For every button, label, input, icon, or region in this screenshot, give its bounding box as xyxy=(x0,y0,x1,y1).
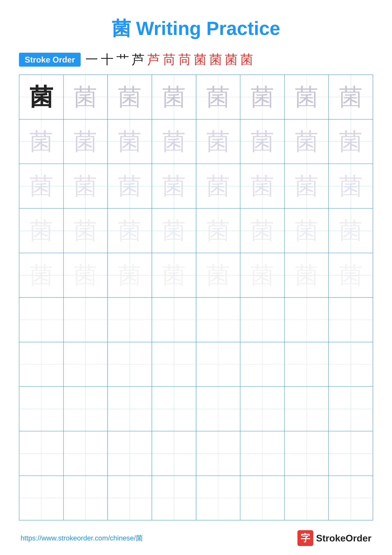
grid-cell[interactable] xyxy=(108,342,152,387)
grid-cell[interactable]: 菌 xyxy=(108,253,152,297)
practice-char: 菌 xyxy=(118,219,141,242)
grid-cell[interactable]: 菌 xyxy=(285,209,329,253)
grid-cell[interactable]: 菌 xyxy=(152,164,196,208)
grid-cell[interactable]: 菌 xyxy=(240,253,285,297)
practice-char: 菌 xyxy=(74,85,97,109)
grid-cell[interactable]: 菌 xyxy=(19,119,64,164)
grid-cell[interactable]: 菌 xyxy=(196,164,241,208)
grid-cell[interactable] xyxy=(240,476,285,520)
grid-cell[interactable]: 菌 xyxy=(108,119,152,164)
stroke-2: 十 xyxy=(101,51,114,68)
practice-char: 菌 xyxy=(339,85,363,109)
grid-cell[interactable] xyxy=(152,342,196,387)
grid-cell[interactable] xyxy=(64,387,108,431)
grid-cell[interactable]: 菌 xyxy=(240,209,285,253)
grid-row: 菌 菌 菌 菌 菌 菌 菌 菌 xyxy=(19,119,373,164)
grid-cell[interactable] xyxy=(196,387,241,431)
grid-cell[interactable]: 菌 xyxy=(152,119,196,164)
practice-char: 菌 xyxy=(74,130,97,153)
grid-cell[interactable] xyxy=(240,431,285,475)
grid-cell[interactable]: 菌 xyxy=(152,75,196,119)
grid-cell[interactable] xyxy=(329,476,373,520)
grid-cell[interactable] xyxy=(64,431,108,475)
grid-cell[interactable] xyxy=(196,298,241,342)
grid-cell[interactable] xyxy=(108,431,152,475)
stroke-4: 芦 xyxy=(132,51,144,68)
grid-cell[interactable]: 菌 xyxy=(108,209,152,253)
grid-cell[interactable] xyxy=(152,387,196,431)
practice-char: 菌 xyxy=(339,174,363,198)
practice-char: 菌 xyxy=(118,174,141,198)
practice-char: 菌 xyxy=(206,85,230,109)
grid-cell[interactable] xyxy=(240,298,285,342)
grid-row-empty xyxy=(19,342,373,387)
practice-char: 菌 xyxy=(74,263,97,287)
grid-cell[interactable] xyxy=(19,342,64,387)
grid-cell[interactable] xyxy=(19,387,64,431)
grid-cell[interactable] xyxy=(329,387,373,431)
grid-cell[interactable]: 菌 xyxy=(64,164,108,208)
grid-cell[interactable]: 菌 xyxy=(240,75,285,119)
grid-cell[interactable] xyxy=(196,476,241,520)
grid-cell[interactable] xyxy=(196,431,241,475)
grid-cell[interactable] xyxy=(108,387,152,431)
grid-cell[interactable]: 菌 xyxy=(285,164,329,208)
grid-cell[interactable]: 菌 xyxy=(196,75,241,119)
grid-cell[interactable]: 菌 xyxy=(152,209,196,253)
grid-cell[interactable] xyxy=(240,387,285,431)
practice-char: 菌 xyxy=(29,130,53,153)
grid-cell[interactable]: 菌 xyxy=(329,75,373,119)
grid-cell[interactable] xyxy=(152,476,196,520)
grid-cell[interactable]: 菌 xyxy=(108,164,152,208)
grid-cell[interactable]: 菌 xyxy=(19,209,64,253)
grid-cell[interactable]: 菌 xyxy=(285,75,329,119)
grid-cell[interactable]: 菌 xyxy=(196,209,241,253)
grid-cell[interactable]: 菌 xyxy=(329,164,373,208)
grid-cell[interactable] xyxy=(329,431,373,475)
grid-cell[interactable]: 菌 xyxy=(64,209,108,253)
grid-cell[interactable]: 菌 xyxy=(19,164,64,208)
grid-cell[interactable] xyxy=(152,298,196,342)
grid-cell[interactable]: 菌 xyxy=(329,209,373,253)
grid-cell[interactable]: 菌 xyxy=(108,75,152,119)
grid-cell[interactable] xyxy=(64,476,108,520)
grid-cell[interactable] xyxy=(19,298,64,342)
grid-cell[interactable] xyxy=(196,342,241,387)
grid-cell[interactable]: 菌 xyxy=(19,253,64,297)
grid-cell[interactable]: 菌 xyxy=(19,75,64,119)
grid-cell[interactable]: 菌 xyxy=(285,119,329,164)
grid-cell[interactable] xyxy=(329,298,373,342)
grid-cell[interactable] xyxy=(240,342,285,387)
grid-cell[interactable]: 菌 xyxy=(64,253,108,297)
grid-cell[interactable] xyxy=(108,298,152,342)
grid-cell[interactable]: 菌 xyxy=(240,164,285,208)
stroke-11: 菌 xyxy=(240,51,253,68)
grid-cell[interactable] xyxy=(285,387,329,431)
stroke-5: 芦 xyxy=(147,51,160,68)
grid-cell[interactable] xyxy=(64,342,108,387)
grid-cell[interactable] xyxy=(329,342,373,387)
grid-row: 菌 菌 菌 菌 菌 菌 菌 菌 xyxy=(19,75,373,119)
footer-url[interactable]: https://www.strokeorder.com/chinese/菌 xyxy=(21,533,143,543)
grid-cell[interactable]: 菌 xyxy=(152,253,196,297)
grid-cell[interactable]: 菌 xyxy=(329,119,373,164)
grid-row-empty xyxy=(19,431,373,476)
grid-cell[interactable] xyxy=(285,476,329,520)
grid-cell[interactable] xyxy=(285,342,329,387)
grid-cell[interactable]: 菌 xyxy=(196,253,241,297)
grid-cell[interactable]: 菌 xyxy=(64,75,108,119)
grid-cell[interactable] xyxy=(64,298,108,342)
grid-cell[interactable]: 菌 xyxy=(64,119,108,164)
grid-cell[interactable] xyxy=(285,298,329,342)
grid-cell[interactable] xyxy=(152,431,196,475)
grid-cell[interactable]: 菌 xyxy=(329,253,373,297)
grid-cell[interactable] xyxy=(19,476,64,520)
logo-icon: 字 xyxy=(297,530,313,546)
grid-cell[interactable] xyxy=(285,431,329,475)
grid-cell[interactable]: 菌 xyxy=(240,119,285,164)
practice-char: 菌 xyxy=(118,85,141,109)
grid-cell[interactable] xyxy=(108,476,152,520)
grid-cell[interactable] xyxy=(19,431,64,475)
grid-cell[interactable]: 菌 xyxy=(196,119,241,164)
grid-cell[interactable]: 菌 xyxy=(285,253,329,297)
